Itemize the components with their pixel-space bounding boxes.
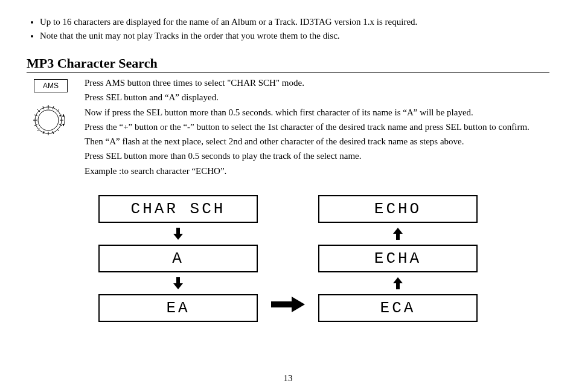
page-number: 13 bbox=[0, 373, 576, 384]
arrow-up-icon bbox=[391, 276, 405, 291]
note-item: Note that the unit may not play Tracks i… bbox=[40, 31, 549, 41]
note-item: Up to 16 characters are displayed for th… bbox=[40, 17, 549, 27]
rotary-dial-icon bbox=[30, 102, 85, 143]
svg-rect-24 bbox=[271, 301, 292, 307]
instruction-line: Press the “+” button or the “-” button t… bbox=[85, 121, 549, 133]
instruction-line: Press AMS button three times to select "… bbox=[85, 77, 549, 89]
arrow-down-icon bbox=[171, 276, 185, 291]
instruction-line: Then “A” flash at the next place, select… bbox=[85, 135, 549, 147]
svg-marker-21 bbox=[173, 234, 183, 240]
svg-rect-20 bbox=[176, 228, 180, 234]
instructions-block: Press AMS button three times to select "… bbox=[85, 77, 549, 179]
lcd-text: A bbox=[172, 249, 184, 268]
svg-point-1 bbox=[38, 110, 59, 130]
instruction-line: Now if press the SEL button more than 0.… bbox=[85, 106, 549, 118]
lcd-text: EA bbox=[166, 299, 190, 317]
instruction-line: Press SEL button more than 0.5 seconds t… bbox=[85, 150, 549, 162]
svg-rect-27 bbox=[396, 234, 400, 240]
arrow-down-icon bbox=[171, 227, 185, 241]
ams-button-label: AMS bbox=[43, 82, 59, 90]
char-search-diagram: CHAR SCH A EA ECHO bbox=[27, 195, 549, 322]
arrow-right-icon bbox=[270, 292, 306, 317]
svg-rect-29 bbox=[396, 283, 400, 289]
instruction-line: Press SEL button and “A” displayed. bbox=[85, 91, 549, 103]
lcd-display: ECHO bbox=[318, 195, 478, 223]
section-title: MP3 Character Search bbox=[27, 56, 549, 71]
svg-marker-23 bbox=[173, 283, 183, 289]
lcd-display: CHAR SCH bbox=[98, 195, 258, 223]
lcd-display: ECA bbox=[318, 294, 478, 322]
notes-list: Up to 16 characters are displayed for th… bbox=[40, 17, 549, 41]
svg-marker-19 bbox=[62, 124, 65, 126]
svg-rect-22 bbox=[176, 277, 180, 283]
lcd-text: ECA bbox=[380, 299, 416, 317]
lcd-text: CHAR SCH bbox=[131, 200, 226, 218]
svg-marker-18 bbox=[62, 114, 65, 117]
arrow-up-icon bbox=[391, 227, 405, 241]
lcd-display: A bbox=[98, 245, 258, 272]
svg-marker-26 bbox=[393, 228, 403, 234]
lcd-text: ECHO bbox=[374, 200, 421, 218]
section-rule bbox=[27, 72, 549, 73]
svg-marker-28 bbox=[393, 277, 403, 283]
lcd-text: ECHA bbox=[374, 249, 421, 268]
ams-button-graphic: AMS bbox=[34, 79, 68, 92]
lcd-display: ECHA bbox=[318, 245, 478, 272]
lcd-display: EA bbox=[98, 294, 258, 322]
instruction-line: Example :to search character “ECHO”. bbox=[85, 165, 549, 177]
svg-marker-25 bbox=[292, 297, 305, 312]
